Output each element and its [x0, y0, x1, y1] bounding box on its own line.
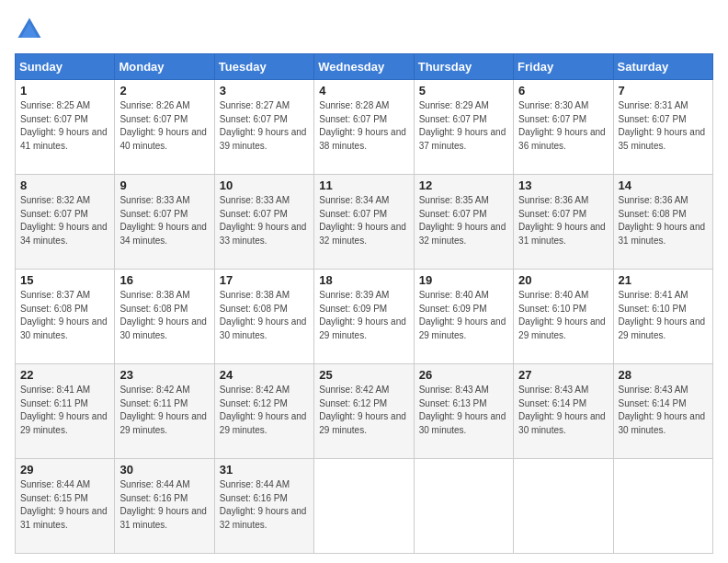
day-info: Sunrise: 8:31 AMSunset: 6:07 PMDaylight:…: [619, 100, 706, 151]
day-number: 22: [20, 368, 109, 382]
day-info: Sunrise: 8:28 AMSunset: 6:07 PMDaylight:…: [319, 100, 406, 151]
day-number: 11: [319, 178, 408, 192]
day-number: 23: [119, 368, 209, 382]
calendar-week-1: 1 Sunrise: 8:25 AMSunset: 6:07 PMDayligh…: [16, 80, 713, 175]
day-number: 13: [518, 178, 608, 192]
calendar-cell: 26 Sunrise: 8:43 AMSunset: 6:13 PMDaylig…: [414, 364, 513, 459]
day-number: 26: [419, 368, 508, 382]
day-number: 17: [220, 273, 309, 287]
calendar-header-friday: Friday: [514, 54, 613, 80]
calendar-cell: [414, 459, 513, 554]
day-info: Sunrise: 8:36 AMSunset: 6:08 PMDaylight:…: [619, 195, 706, 246]
day-number: 21: [619, 273, 708, 287]
calendar-week-4: 22 Sunrise: 8:41 AMSunset: 6:11 PMDaylig…: [16, 364, 713, 459]
calendar-cell: 11 Sunrise: 8:34 AMSunset: 6:07 PMDaylig…: [314, 175, 414, 270]
day-info: Sunrise: 8:38 AMSunset: 6:08 PMDaylight:…: [119, 290, 207, 340]
header: [15, 15, 713, 44]
calendar-cell: 5 Sunrise: 8:29 AMSunset: 6:07 PMDayligh…: [414, 80, 513, 175]
day-info: Sunrise: 8:43 AMSunset: 6:14 PMDaylight:…: [619, 385, 706, 435]
day-number: 19: [419, 273, 508, 287]
calendar-header-row: SundayMondayTuesdayWednesdayThursdayFrid…: [16, 54, 713, 80]
day-number: 30: [119, 463, 209, 477]
day-info: Sunrise: 8:27 AMSunset: 6:07 PMDaylight:…: [220, 100, 307, 151]
day-info: Sunrise: 8:44 AMSunset: 6:16 PMDaylight:…: [119, 479, 207, 530]
day-number: 8: [20, 178, 109, 192]
calendar-cell: 28 Sunrise: 8:43 AMSunset: 6:14 PMDaylig…: [613, 364, 712, 459]
day-info: Sunrise: 8:30 AMSunset: 6:07 PMDaylight:…: [518, 100, 606, 151]
calendar-cell: 14 Sunrise: 8:36 AMSunset: 6:08 PMDaylig…: [613, 175, 712, 270]
calendar-cell: 9 Sunrise: 8:33 AMSunset: 6:07 PMDayligh…: [115, 175, 214, 270]
calendar-cell: 8 Sunrise: 8:32 AMSunset: 6:07 PMDayligh…: [16, 175, 115, 270]
calendar-cell: 13 Sunrise: 8:36 AMSunset: 6:07 PMDaylig…: [514, 175, 613, 270]
day-info: Sunrise: 8:37 AMSunset: 6:08 PMDaylight:…: [20, 290, 108, 340]
calendar-cell: 22 Sunrise: 8:41 AMSunset: 6:11 PMDaylig…: [16, 364, 115, 459]
calendar-cell: 10 Sunrise: 8:33 AMSunset: 6:07 PMDaylig…: [214, 175, 313, 270]
day-info: Sunrise: 8:42 AMSunset: 6:11 PMDaylight:…: [119, 385, 207, 435]
day-info: Sunrise: 8:44 AMSunset: 6:16 PMDaylight:…: [220, 479, 307, 530]
day-number: 12: [419, 178, 508, 192]
day-info: Sunrise: 8:36 AMSunset: 6:07 PMDaylight:…: [518, 195, 606, 246]
day-info: Sunrise: 8:41 AMSunset: 6:10 PMDaylight:…: [619, 290, 706, 340]
calendar-cell: 16 Sunrise: 8:38 AMSunset: 6:08 PMDaylig…: [115, 270, 214, 364]
calendar-week-2: 8 Sunrise: 8:32 AMSunset: 6:07 PMDayligh…: [16, 175, 713, 270]
day-info: Sunrise: 8:32 AMSunset: 6:07 PMDaylight:…: [20, 195, 108, 246]
calendar-header-saturday: Saturday: [613, 54, 712, 80]
day-info: Sunrise: 8:42 AMSunset: 6:12 PMDaylight:…: [220, 385, 307, 435]
day-info: Sunrise: 8:35 AMSunset: 6:07 PMDaylight:…: [419, 195, 506, 246]
day-number: 5: [419, 84, 508, 98]
calendar-cell: 24 Sunrise: 8:42 AMSunset: 6:12 PMDaylig…: [214, 364, 313, 459]
day-info: Sunrise: 8:34 AMSunset: 6:07 PMDaylight:…: [319, 195, 406, 246]
calendar-header-thursday: Thursday: [414, 54, 513, 80]
day-number: 1: [20, 84, 109, 98]
calendar-cell: 29 Sunrise: 8:44 AMSunset: 6:15 PMDaylig…: [16, 459, 115, 554]
day-number: 10: [220, 178, 309, 192]
day-info: Sunrise: 8:44 AMSunset: 6:15 PMDaylight:…: [20, 479, 108, 530]
day-info: Sunrise: 8:33 AMSunset: 6:07 PMDaylight:…: [220, 195, 307, 246]
calendar-cell: [613, 459, 712, 554]
day-info: Sunrise: 8:43 AMSunset: 6:13 PMDaylight:…: [419, 385, 506, 435]
day-info: Sunrise: 8:38 AMSunset: 6:08 PMDaylight:…: [220, 290, 307, 340]
calendar-cell: 4 Sunrise: 8:28 AMSunset: 6:07 PMDayligh…: [314, 80, 414, 175]
day-info: Sunrise: 8:42 AMSunset: 6:12 PMDaylight:…: [319, 385, 406, 435]
calendar-cell: [314, 459, 414, 554]
calendar-cell: 2 Sunrise: 8:26 AMSunset: 6:07 PMDayligh…: [115, 80, 214, 175]
day-info: Sunrise: 8:43 AMSunset: 6:14 PMDaylight:…: [518, 385, 606, 435]
calendar-cell: 7 Sunrise: 8:31 AMSunset: 6:07 PMDayligh…: [613, 80, 712, 175]
day-number: 7: [619, 84, 708, 98]
day-number: 16: [119, 273, 209, 287]
day-info: Sunrise: 8:41 AMSunset: 6:11 PMDaylight:…: [20, 385, 108, 435]
calendar-header-tuesday: Tuesday: [214, 54, 313, 80]
calendar-cell: 31 Sunrise: 8:44 AMSunset: 6:16 PMDaylig…: [214, 459, 313, 554]
day-number: 14: [619, 178, 708, 192]
calendar-cell: 3 Sunrise: 8:27 AMSunset: 6:07 PMDayligh…: [214, 80, 313, 175]
calendar-cell: 17 Sunrise: 8:38 AMSunset: 6:08 PMDaylig…: [214, 270, 313, 364]
calendar-cell: 27 Sunrise: 8:43 AMSunset: 6:14 PMDaylig…: [514, 364, 613, 459]
calendar-week-3: 15 Sunrise: 8:37 AMSunset: 6:08 PMDaylig…: [16, 270, 713, 364]
day-number: 15: [20, 273, 109, 287]
day-info: Sunrise: 8:33 AMSunset: 6:07 PMDaylight:…: [119, 195, 207, 246]
calendar-header-monday: Monday: [115, 54, 214, 80]
calendar-cell: 30 Sunrise: 8:44 AMSunset: 6:16 PMDaylig…: [115, 459, 214, 554]
calendar-cell: 21 Sunrise: 8:41 AMSunset: 6:10 PMDaylig…: [613, 270, 712, 364]
day-number: 4: [319, 84, 408, 98]
calendar-cell: 20 Sunrise: 8:40 AMSunset: 6:10 PMDaylig…: [514, 270, 613, 364]
calendar-cell: 23 Sunrise: 8:42 AMSunset: 6:11 PMDaylig…: [115, 364, 214, 459]
day-number: 3: [220, 84, 309, 98]
logo-icon: [15, 15, 44, 44]
day-number: 25: [319, 368, 408, 382]
day-number: 27: [518, 368, 608, 382]
day-number: 31: [220, 463, 309, 477]
calendar-cell: 18 Sunrise: 8:39 AMSunset: 6:09 PMDaylig…: [314, 270, 414, 364]
day-number: 20: [518, 273, 608, 287]
day-number: 24: [220, 368, 309, 382]
day-info: Sunrise: 8:40 AMSunset: 6:10 PMDaylight:…: [518, 290, 606, 340]
day-info: Sunrise: 8:25 AMSunset: 6:07 PMDaylight:…: [20, 100, 108, 151]
day-number: 9: [119, 178, 209, 192]
calendar-cell: 15 Sunrise: 8:37 AMSunset: 6:08 PMDaylig…: [16, 270, 115, 364]
calendar-cell: [514, 459, 613, 554]
calendar-cell: 1 Sunrise: 8:25 AMSunset: 6:07 PMDayligh…: [16, 80, 115, 175]
day-number: 18: [319, 273, 408, 287]
day-info: Sunrise: 8:39 AMSunset: 6:09 PMDaylight:…: [319, 290, 406, 340]
calendar-cell: 6 Sunrise: 8:30 AMSunset: 6:07 PMDayligh…: [514, 80, 613, 175]
calendar-week-5: 29 Sunrise: 8:44 AMSunset: 6:15 PMDaylig…: [16, 459, 713, 554]
